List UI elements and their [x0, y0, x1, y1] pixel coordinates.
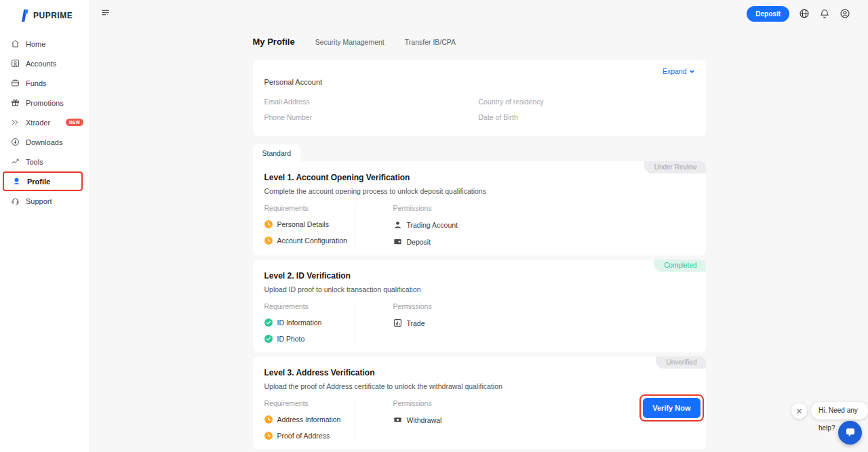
- promotions-icon: [11, 98, 20, 107]
- level-3-description: Upload the proof of Address certificate …: [264, 382, 694, 390]
- topbar: Deposit: [90, 0, 868, 27]
- expand-label: Expand: [663, 67, 687, 75]
- permission-label: Deposit: [407, 238, 431, 246]
- permissions-column: Permissions Trade: [355, 302, 694, 343]
- sidebar-item-downloads[interactable]: Downloads: [0, 132, 90, 152]
- content-container: My Profile Security Management Transfer …: [253, 37, 706, 452]
- requirements-column: Requirements ID Information ID Photo: [264, 302, 355, 343]
- main-area: Deposit My Profile Security Management T…: [90, 0, 868, 452]
- notifications-button[interactable]: [819, 8, 830, 19]
- tab-my-profile[interactable]: My Profile: [253, 37, 295, 47]
- chat-close-button[interactable]: ✕: [791, 403, 807, 419]
- sidebar-item-label: Profile: [27, 178, 50, 186]
- permission-label: Trading Account: [407, 221, 458, 229]
- permission-label: Trade: [407, 319, 425, 327]
- account-menu-button[interactable]: [840, 8, 850, 19]
- pending-icon: [264, 432, 273, 440]
- sidebar-item-label: Tools: [26, 158, 43, 166]
- requirement-account-configuration: Account Configuration: [264, 237, 348, 245]
- home-icon: [11, 39, 20, 48]
- personal-account-card: Expand Personal Account Email Address Co…: [253, 60, 706, 136]
- sidebar-item-label: Home: [26, 40, 45, 48]
- language-button[interactable]: [799, 8, 810, 19]
- sidebar-item-tools[interactable]: Tools: [0, 152, 90, 171]
- user-icon: [393, 220, 402, 229]
- sidebar-item-funds[interactable]: Funds: [0, 73, 90, 93]
- pending-icon: [264, 415, 273, 424]
- requirement-address-information: Address Information: [264, 415, 348, 424]
- chat-tooltip[interactable]: Hi. Need any help?: [811, 402, 868, 419]
- chevron-down-icon: [689, 68, 695, 75]
- expand-link[interactable]: Expand: [663, 67, 695, 75]
- requirements-column: Requirements Personal Details Account Co…: [264, 204, 355, 246]
- globe-icon: [799, 8, 810, 19]
- verify-now-annotation-box: Verify Now: [639, 394, 703, 422]
- sidebar-item-promotions[interactable]: Promotions: [0, 93, 90, 112]
- requirements-column: Requirements Address Information Proof o…: [264, 399, 355, 440]
- requirement-id-information: ID Information: [264, 319, 348, 327]
- puprime-logo-icon: [19, 9, 30, 22]
- field-date-of-birth: Date of Birth: [479, 113, 694, 121]
- chat-launcher-button[interactable]: [838, 421, 862, 445]
- requirement-proof-of-address: Proof of Address: [264, 432, 348, 440]
- tools-icon: [11, 157, 20, 166]
- permissions-heading: Permissions: [393, 302, 694, 310]
- profile-annotation-box: Profile: [3, 171, 83, 191]
- requirements-heading: Requirements: [264, 204, 348, 212]
- sidebar-item-accounts[interactable]: Accounts: [0, 54, 90, 73]
- sidebar-item-profile[interactable]: Profile: [4, 173, 81, 190]
- level-1-card: Under Review Level 1. Account Opening Ve…: [253, 161, 706, 255]
- chat-bubble-icon: [844, 427, 856, 439]
- brand-logo: PUPRIME: [0, 7, 90, 24]
- banknote-icon: [393, 415, 402, 424]
- topbar-actions: Deposit: [747, 6, 850, 22]
- sidebar-item-home[interactable]: Home: [0, 34, 90, 54]
- brand-name: PUPRIME: [33, 11, 73, 20]
- requirement-label: Address Information: [277, 415, 341, 424]
- sidebar-item-label: Downloads: [26, 138, 62, 146]
- personal-account-title: Personal Account: [264, 78, 694, 86]
- level-1-title: Level 1. Account Opening Verification: [264, 173, 694, 182]
- deposit-button[interactable]: Deposit: [747, 6, 789, 22]
- sidebar-item-support[interactable]: Support: [0, 191, 90, 211]
- profile-icon: [12, 177, 21, 186]
- app-window: PUPRIME Home Accounts Funds Promotions X…: [0, 0, 868, 452]
- sidebar-item-label: Xtrader: [26, 119, 50, 127]
- check-icon: [264, 319, 273, 327]
- permission-trading-account: Trading Account: [393, 220, 694, 229]
- level-2-description: Upload ID proof to unlock transaction qu…: [264, 285, 694, 293]
- check-icon: [264, 335, 273, 343]
- level-3-title: Level 3. Address Verification: [264, 368, 694, 377]
- sidebar-item-xtrader[interactable]: Xtrader NEW: [0, 112, 90, 132]
- permissions-heading: Permissions: [393, 204, 694, 212]
- accounts-icon: [11, 59, 20, 68]
- verify-now-button[interactable]: Verify Now: [643, 398, 700, 418]
- requirement-label: ID Photo: [277, 335, 305, 343]
- permission-deposit: Deposit: [393, 237, 694, 246]
- requirement-label: ID Information: [277, 319, 322, 327]
- status-badge: Completed: [654, 260, 705, 272]
- sidebar-item-label: Accounts: [26, 60, 56, 68]
- tab-security-management[interactable]: Security Management: [315, 38, 384, 46]
- field-phone-number: Phone Number: [264, 113, 479, 121]
- requirement-label: Proof of Address: [277, 432, 330, 440]
- field-country-of-residency: Country of residency: [479, 98, 694, 106]
- pending-icon: [264, 237, 273, 245]
- tab-standard[interactable]: Standard: [253, 144, 301, 161]
- pending-icon: [264, 220, 273, 228]
- permission-label: Withdrawal: [407, 416, 442, 424]
- level-2-card: Completed Level 2. ID Verification Uploa…: [253, 260, 706, 352]
- menu-fold-icon: [100, 7, 111, 18]
- user-circle-icon: [840, 8, 850, 19]
- page-tabs: My Profile Security Management Transfer …: [253, 37, 706, 47]
- requirement-label: Account Configuration: [277, 237, 347, 245]
- requirement-label: Personal Details: [277, 220, 329, 228]
- level-2-title: Level 2. ID Verification: [264, 271, 694, 281]
- bell-icon: [819, 8, 830, 19]
- sidebar-item-label: Funds: [26, 79, 47, 87]
- funds-icon: [11, 79, 20, 87]
- sidebar-collapse-button[interactable]: [100, 7, 111, 20]
- support-icon: [11, 197, 20, 205]
- tab-transfer-ib-cpa[interactable]: Transfer IB/CPA: [405, 38, 456, 46]
- xtrader-icon: [11, 118, 20, 127]
